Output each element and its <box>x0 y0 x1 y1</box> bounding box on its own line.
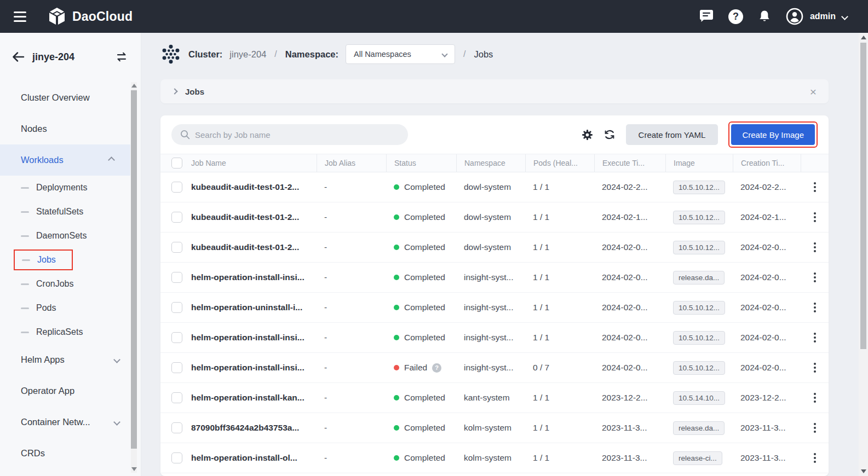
row-checkbox[interactable] <box>171 242 182 253</box>
table-row: helm-operation-install-ol... - Completed… <box>160 443 829 473</box>
dash-icon <box>21 283 29 285</box>
refresh-icon[interactable] <box>603 129 616 141</box>
create-by-image-button[interactable]: Create By Image <box>731 124 815 145</box>
brand-logo[interactable]: DaoCloud <box>47 7 133 26</box>
jobs-collapse-bar[interactable]: Jobs <box>160 79 829 103</box>
column-header-pods[interactable]: Pods (Heal... <box>525 154 594 172</box>
job-name-link[interactable]: kubeaudit-audit-test-01-2... <box>191 242 317 252</box>
column-header-status[interactable]: Status <box>386 154 456 172</box>
job-name-link[interactable]: helm-operation-install-insi... <box>191 333 317 343</box>
sidebar-item-daemonsets[interactable]: DaemonSets <box>0 224 136 248</box>
job-pods: 1 / 1 <box>525 303 594 312</box>
column-header-execute-time[interactable]: Execute Ti... <box>594 154 665 172</box>
row-checkbox[interactable] <box>171 422 182 433</box>
user-menu[interactable]: admin <box>786 8 847 25</box>
job-pods: 1 / 1 <box>525 393 594 403</box>
row-checkbox[interactable] <box>171 212 182 223</box>
sidebar-item-cluster-overview[interactable]: Cluster Overview <box>0 82 136 113</box>
row-checkbox[interactable] <box>171 332 182 343</box>
create-from-yaml-button[interactable]: Create from YAML <box>626 124 718 145</box>
cluster-value[interactable]: jinye-204 <box>229 49 266 60</box>
cluster-switch-icon[interactable] <box>116 51 128 62</box>
row-actions-kebab-icon[interactable] <box>812 240 818 254</box>
job-namespace: insight-syst... <box>456 333 525 343</box>
job-image: release.da... <box>665 271 733 285</box>
sidebar-item-nodes[interactable]: Nodes <box>0 113 136 144</box>
scroll-down-arrow-icon[interactable] <box>861 469 866 473</box>
messages-icon[interactable] <box>699 9 714 24</box>
sidebar-item-workloads[interactable]: Workloads <box>0 144 130 176</box>
namespace-select[interactable]: All Namespaces <box>346 44 455 64</box>
column-settings-gear-icon[interactable] <box>582 129 593 141</box>
help-icon[interactable] <box>728 9 743 24</box>
cluster-dots-icon <box>160 44 181 65</box>
image-chip: release.da... <box>673 271 725 285</box>
row-checkbox[interactable] <box>171 182 182 193</box>
job-execute-time: 2024-02-1... <box>594 212 665 222</box>
row-actions-kebab-icon[interactable] <box>812 210 818 224</box>
row-actions-kebab-icon[interactable] <box>812 361 818 375</box>
sidebar-item-container-network[interactable]: Container Netw... <box>0 407 136 438</box>
row-actions-kebab-icon[interactable] <box>812 451 818 465</box>
notifications-bell-icon[interactable] <box>757 9 772 24</box>
row-actions-kebab-icon[interactable] <box>812 300 818 315</box>
job-search[interactable] <box>171 124 408 145</box>
job-name-link[interactable]: 87090bff36424a2b43753a... <box>191 423 317 433</box>
job-name-link[interactable]: helm-operation-install-insi... <box>191 272 317 282</box>
row-actions-kebab-icon[interactable] <box>812 330 818 345</box>
row-checkbox[interactable] <box>171 362 182 373</box>
sidebar-item-jobs[interactable]: Jobs <box>0 248 136 272</box>
back-arrow-icon[interactable] <box>12 51 25 62</box>
row-actions-kebab-icon[interactable] <box>812 270 818 285</box>
job-image: 10.5.10.12... <box>665 361 733 375</box>
scrollbar-thumb[interactable] <box>131 90 137 449</box>
table-row: 87090bff36424a2b43753a... - Completed ko… <box>160 413 829 443</box>
row-checkbox[interactable] <box>171 392 182 403</box>
sidebar-item-statefulsets[interactable]: StatefulSets <box>0 200 136 224</box>
sidebar-item-helm-apps[interactable]: Helm Apps <box>0 344 136 375</box>
row-checkbox[interactable] <box>171 452 182 463</box>
job-name-link[interactable]: helm-operation-uninstall-i... <box>191 303 317 312</box>
sidebar-scrollbar[interactable] <box>131 82 137 473</box>
breadcrumb: Cluster: jinye-204 / Namespace: All Name… <box>160 42 493 66</box>
row-checkbox[interactable] <box>171 302 182 313</box>
status-help-icon[interactable] <box>432 363 441 373</box>
row-actions-kebab-icon[interactable] <box>812 421 818 435</box>
job-name-link[interactable]: helm-operation-install-ol... <box>191 453 317 463</box>
job-pods: 1 / 1 <box>525 212 594 222</box>
page-scrollbar[interactable] <box>859 33 868 476</box>
scroll-down-arrow-icon[interactable] <box>131 467 137 471</box>
sidebar-item-cronjobs[interactable]: CronJobs <box>0 272 136 296</box>
job-name-link[interactable]: helm-operation-install-kan... <box>191 393 317 403</box>
job-name-link[interactable]: helm-operation-install-insi... <box>191 363 317 373</box>
sidebar-item-crds[interactable]: CRDs <box>0 438 136 469</box>
status-dot-icon <box>394 425 399 431</box>
row-actions-kebab-icon[interactable] <box>812 180 818 194</box>
sidebar-item-operator-app[interactable]: Operator App <box>0 375 136 407</box>
row-actions-kebab-icon[interactable] <box>812 391 818 405</box>
scrollbar-thumb[interactable] <box>860 43 866 349</box>
scroll-up-arrow-icon[interactable] <box>861 36 866 39</box>
column-header-image[interactable]: Image <box>665 154 733 172</box>
daocloud-cube-icon <box>47 7 67 26</box>
job-alias: - <box>317 333 386 343</box>
search-input[interactable] <box>195 130 399 140</box>
job-name-link[interactable]: kubeaudit-audit-test-01-2... <box>191 182 317 192</box>
sidebar-item-replicasets[interactable]: ReplicaSets <box>0 320 136 344</box>
scroll-up-arrow-icon[interactable] <box>131 84 137 88</box>
row-checkbox[interactable] <box>171 272 182 283</box>
column-header-job-name[interactable]: Job Name <box>191 154 317 172</box>
column-header-namespace[interactable]: Namespace <box>456 154 525 172</box>
column-header-creation-time[interactable]: Creation Ti... <box>733 154 801 172</box>
image-chip: 10.5.10.12... <box>673 331 725 345</box>
status-dot-icon <box>394 184 399 190</box>
sidebar-item-pods[interactable]: Pods <box>0 296 136 320</box>
column-header-actions <box>801 154 829 172</box>
column-header-job-alias[interactable]: Job Alias <box>317 154 386 172</box>
sidebar-item-deployments[interactable]: Deployments <box>0 176 136 200</box>
expand-chevron-icon[interactable] <box>171 88 177 94</box>
hamburger-menu-icon[interactable] <box>14 11 26 22</box>
close-icon[interactable] <box>810 86 817 97</box>
select-all-checkbox[interactable] <box>171 158 182 169</box>
job-name-link[interactable]: kubeaudit-audit-test-01-2... <box>191 212 317 222</box>
